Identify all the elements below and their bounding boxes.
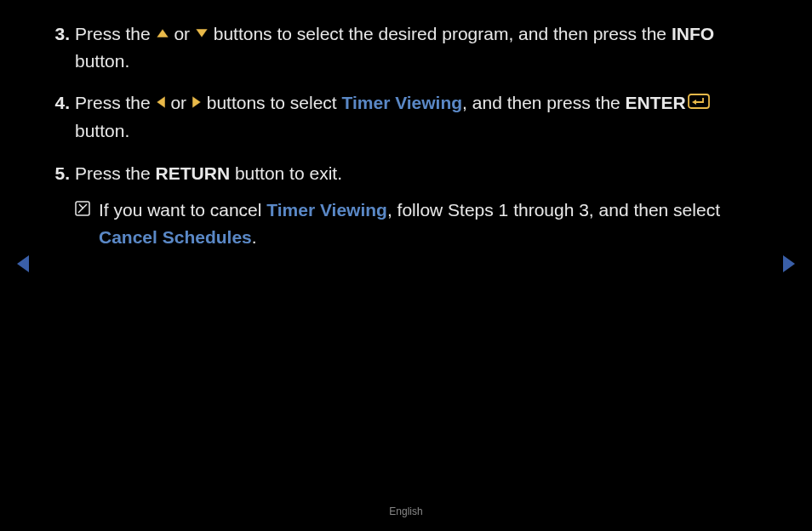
footer-language: English: [0, 504, 812, 519]
svg-marker-9: [17, 255, 29, 272]
return-button-label: RETURN: [156, 163, 231, 183]
timer-viewing-link: Timer Viewing: [266, 200, 387, 220]
svg-marker-0: [157, 29, 169, 37]
enter-icon: [688, 89, 710, 117]
text-fragment: .: [252, 227, 257, 247]
step-3: 3. Press the or buttons to select the de…: [51, 20, 761, 74]
step-text: Press the RETURN button to exit. If you …: [75, 160, 761, 251]
text-fragment: , and then press the: [462, 93, 625, 112]
text-fragment: button.: [75, 51, 129, 71]
step-5: 5. Press the RETURN button to exit. If y…: [51, 160, 761, 251]
text-fragment: buttons to select: [202, 93, 342, 112]
next-page-button[interactable]: [781, 254, 797, 282]
text-fragment: button.: [75, 121, 129, 140]
text-fragment: If you want to cancel: [99, 200, 266, 220]
text-fragment: button to exit.: [230, 163, 342, 183]
enter-button-label: ENTER: [626, 93, 686, 112]
prev-page-button[interactable]: [15, 254, 31, 282]
svg-line-8: [79, 204, 83, 208]
timer-viewing-link: Timer Viewing: [342, 93, 463, 112]
note-icon: [75, 197, 90, 224]
instruction-content: 3. Press the or buttons to select the de…: [0, 0, 812, 250]
svg-marker-3: [192, 96, 201, 108]
text-fragment: Press the: [75, 24, 156, 43]
note-icon-wrap: [75, 197, 99, 250]
right-arrow-icon: [192, 95, 202, 109]
text-fragment: Press the: [75, 93, 156, 112]
step-text: Press the or buttons to select Timer Vie…: [75, 89, 761, 145]
step-number: 5.: [51, 160, 75, 251]
text-fragment: , follow Steps 1 through 3, and then sel…: [387, 200, 720, 220]
svg-marker-10: [783, 255, 795, 272]
down-arrow-icon: [195, 28, 209, 38]
text-fragment: Press the: [75, 163, 156, 183]
text-fragment: or: [166, 93, 192, 112]
cancel-schedules-link: Cancel Schedules: [99, 227, 252, 247]
up-arrow-icon: [156, 28, 169, 38]
svg-marker-5: [692, 100, 696, 105]
step-number: 3.: [51, 20, 75, 74]
text-fragment: buttons to select the desired program, a…: [209, 24, 672, 43]
info-button-label: INFO: [672, 24, 714, 43]
step-4: 4. Press the or buttons to select Timer …: [51, 89, 761, 145]
left-arrow-icon: [156, 95, 166, 109]
svg-rect-4: [689, 94, 709, 108]
note: If you want to cancel Timer Viewing, fol…: [75, 197, 761, 250]
step-text: Press the or buttons to select the desir…: [75, 20, 761, 74]
note-text: If you want to cancel Timer Viewing, fol…: [99, 197, 761, 250]
text-fragment: or: [169, 24, 195, 43]
svg-marker-2: [157, 96, 165, 108]
svg-marker-1: [196, 29, 208, 37]
step-number: 4.: [51, 89, 75, 145]
